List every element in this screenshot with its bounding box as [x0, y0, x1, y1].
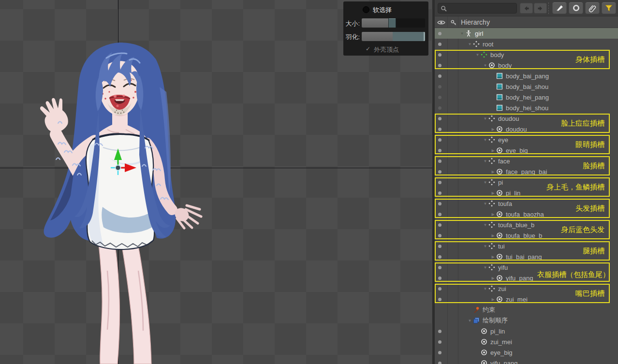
tree-row-zui_mei[interactable]: zui_mei — [432, 336, 618, 347]
size-handle[interactable] — [388, 18, 396, 28]
expand-arrow[interactable]: ▼ — [482, 138, 488, 142]
tree-row-body[interactable]: ▼body — [432, 49, 618, 60]
nav-back-button[interactable] — [520, 3, 533, 14]
visibility-dot[interactable] — [438, 43, 441, 46]
tree-row-toufa[interactable]: ▼toufa — [432, 198, 618, 209]
transform-gizmo[interactable] — [111, 148, 136, 175]
tree-row-body_hei_pang[interactable]: body_hei_pang — [432, 92, 618, 102]
visibility-dot[interactable] — [438, 255, 441, 259]
visibility-dot[interactable] — [438, 351, 441, 354]
tree-row-绘制顺序[interactable]: ▼绘制顺序 — [432, 315, 618, 326]
visibility-dot[interactable] — [438, 330, 441, 333]
visibility-dot[interactable] — [438, 138, 441, 142]
tree-row-body_hei_shou[interactable]: body_hei_shou — [432, 102, 618, 113]
expand-arrow[interactable]: ▶ — [490, 276, 496, 280]
expand-arrow[interactable]: ▶ — [490, 148, 496, 153]
feather-slider[interactable] — [362, 32, 425, 41]
expand-arrow[interactable]: ▼ — [482, 180, 488, 185]
tree-row-toufa_blue_b[interactable]: ▶toufa_blue_b — [432, 230, 618, 241]
visibility-dot[interactable] — [438, 287, 441, 291]
expand-arrow[interactable]: ▼ — [482, 202, 488, 206]
expand-arrow[interactable]: ▼ — [467, 319, 473, 323]
expand-arrow[interactable]: ▼ — [467, 42, 473, 46]
visibility-dot[interactable] — [438, 74, 441, 78]
visibility-dot[interactable] — [438, 170, 441, 174]
visibility-dot[interactable] — [438, 298, 441, 301]
visibility-dot[interactable] — [438, 202, 441, 205]
filter-tool-button[interactable] — [602, 2, 616, 14]
expand-arrow[interactable]: ▶ — [490, 191, 496, 195]
expand-arrow[interactable]: ▶ — [490, 233, 496, 238]
expand-arrow[interactable]: ▼ — [482, 223, 488, 227]
search-input[interactable] — [438, 3, 517, 14]
shell-checkbox[interactable]: ✓ — [366, 45, 370, 52]
soft-select-checkbox[interactable] — [363, 6, 369, 13]
visibility-dot[interactable] — [438, 213, 441, 216]
visibility-dot[interactable] — [438, 234, 441, 237]
expand-arrow[interactable]: ▼ — [482, 159, 488, 163]
tree-row-约束[interactable]: 约束 — [432, 305, 618, 315]
tree-row-body[interactable]: ▼body — [432, 60, 618, 71]
visibility-dot[interactable] — [438, 160, 441, 163]
expand-arrow[interactable]: ▶ — [490, 127, 496, 131]
visibility-dot[interactable] — [438, 277, 441, 280]
visibility-dot[interactable] — [438, 128, 441, 131]
tree-row-pi[interactable]: ▼pi — [432, 177, 618, 188]
expand-arrow[interactable]: ▼ — [459, 31, 465, 36]
tree-row-pi_lin[interactable]: ▶pi_lin — [432, 188, 618, 198]
expand-arrow[interactable]: ▶ — [490, 170, 496, 174]
visibility-dot[interactable] — [438, 149, 441, 152]
visibility-dot[interactable] — [438, 85, 441, 88]
visibility-dot[interactable] — [438, 96, 441, 99]
tree-row-toufa_baozha[interactable]: ▶toufa_baozha — [432, 209, 618, 219]
expand-arrow[interactable]: ▼ — [482, 287, 488, 291]
tree-row-yifu_pang[interactable]: yifu_pang — [432, 358, 618, 364]
tree-row-zui_mei[interactable]: ▶zui_mei — [432, 294, 618, 305]
visibility-dot[interactable] — [438, 362, 441, 364]
tree-row-eye_big[interactable]: eye_big — [432, 347, 618, 358]
tree-row-pi_lin[interactable]: pi_lin — [432, 326, 618, 336]
visibility-dot[interactable] — [438, 32, 441, 35]
tree-row-tui[interactable]: ▼tui — [432, 241, 618, 251]
tree-row-girl[interactable]: ▼girl — [432, 28, 618, 39]
expand-arrow[interactable]: ▶ — [490, 297, 496, 302]
tree-row-tui_bai_pang[interactable]: ▶tui_bai_pang — [432, 251, 618, 262]
hierarchy-tree[interactable]: ▼girl▼root▼body▼bodybody_bai_pangbody_ba… — [432, 28, 618, 364]
nav-forward-button[interactable] — [534, 3, 547, 14]
expand-arrow[interactable]: ▼ — [482, 265, 488, 270]
clip-tool-button[interactable] — [585, 2, 600, 14]
visibility-dot[interactable] — [438, 106, 441, 110]
tree-row-face_pang_bai[interactable]: ▶face_pang_bai — [432, 166, 618, 177]
tree-row-yifu_pang[interactable]: ▶yifu_pang — [432, 273, 618, 283]
tree-row-zui[interactable]: ▼zui — [432, 283, 618, 294]
tree-row-body_bai_shou[interactable]: body_bai_shou — [432, 81, 618, 92]
tree-row-doudou[interactable]: ▶doudou — [432, 124, 618, 134]
expand-arrow[interactable]: ▼ — [482, 63, 488, 68]
tree-row-yifu[interactable]: ▼yifu — [432, 262, 618, 273]
expand-arrow[interactable]: ▼ — [474, 53, 481, 57]
tree-row-root[interactable]: ▼root — [432, 39, 618, 49]
expand-arrow[interactable]: ▶ — [490, 212, 496, 217]
tree-row-toufa_blue_b[interactable]: ▼toufa_blue_b — [432, 219, 618, 230]
visibility-dot[interactable] — [438, 64, 441, 67]
tree-row-body_bai_pang[interactable]: body_bai_pang — [432, 71, 618, 81]
pen-tool-button[interactable] — [552, 2, 567, 14]
visibility-dot[interactable] — [438, 340, 441, 344]
tree-row-doudou[interactable]: ▼doudou — [432, 113, 618, 124]
expand-arrow[interactable]: ▼ — [482, 116, 488, 121]
visibility-dot[interactable] — [438, 117, 441, 120]
visibility-dot[interactable] — [438, 266, 441, 269]
expand-arrow[interactable]: ▼ — [482, 244, 488, 248]
size-slider[interactable] — [362, 18, 425, 28]
expand-arrow[interactable]: ▶ — [490, 255, 496, 259]
tree-row-eye_big[interactable]: ▶eye_big — [432, 145, 618, 156]
visibility-dot[interactable] — [438, 223, 441, 227]
visibility-dot[interactable] — [438, 245, 441, 248]
visibility-dot[interactable] — [438, 53, 441, 57]
tree-row-eye[interactable]: ▼eye — [432, 134, 618, 145]
tree-row-face[interactable]: ▼face — [432, 156, 618, 166]
scene-viewport[interactable]: 软选择 大小: 羽化: ✓ 外壳顶点 — [0, 0, 432, 364]
visibility-dot[interactable] — [438, 181, 441, 184]
visibility-dot[interactable] — [438, 191, 441, 195]
ring-tool-button[interactable] — [569, 2, 583, 14]
